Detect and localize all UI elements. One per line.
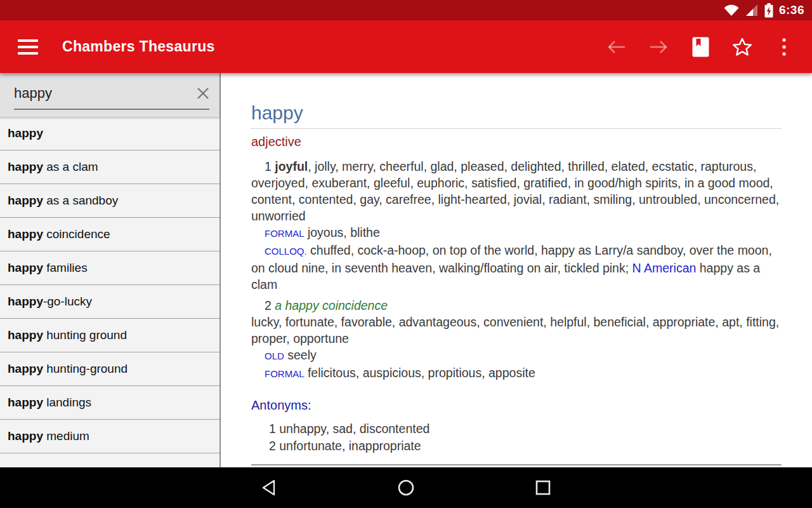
app-bar: Chambers Thesaurus: [0, 20, 812, 73]
back-arrow-icon[interactable]: [605, 36, 628, 58]
antonyms-heading: Antonyms:: [251, 398, 782, 413]
cellular-signal-icon: [745, 4, 759, 17]
region-label: N American: [632, 261, 697, 275]
search-underline: [14, 109, 209, 110]
list-item[interactable]: happy: [0, 117, 219, 150]
battery-charging-icon: [764, 3, 773, 18]
menu-icon[interactable]: [18, 39, 38, 55]
wifi-icon: [724, 4, 739, 17]
antonym-item: 1 unhappy, sad, discontented: [251, 420, 782, 438]
register-label: FORMAL: [265, 228, 304, 239]
back-icon[interactable]: [258, 478, 280, 497]
sense-1-colloq: COLLOQ. chuffed, cock-a-hoop, on top of …: [251, 242, 782, 293]
list-item[interactable]: happy medium: [0, 420, 219, 453]
sense-1: 1 joyful, jolly, merry, cheerful, glad, …: [251, 158, 782, 293]
list-item-partial[interactable]: [0, 453, 219, 467]
register-label: FORMAL: [265, 368, 304, 379]
sense-2-example: 2 a happy coincidence: [251, 297, 782, 314]
status-bar: 6:36: [0, 0, 812, 20]
antonyms-list: 1 unhappy, sad, discontented 2 unfortuna…: [251, 420, 782, 454]
part-of-speech: adjective: [251, 135, 782, 149]
example-phrase: a happy coincidence: [275, 298, 388, 312]
list-item[interactable]: happy hunting ground: [0, 319, 219, 352]
sense-2-old: OLD seely: [251, 347, 782, 364]
list-item[interactable]: happy as a sandboy: [0, 184, 219, 218]
navigation-bar: [0, 467, 812, 508]
search-area: [0, 73, 219, 117]
status-time: 6:36: [779, 3, 804, 17]
register-label: COLLOQ.: [265, 246, 307, 257]
overflow-menu-icon[interactable]: [773, 36, 796, 58]
entry-panel: happy adjective 1 joyful, jolly, merry, …: [222, 73, 812, 467]
sense-1-formal: FORMAL joyous, blithe: [251, 224, 782, 242]
sense-2-formal: FORMAL felicitous, auspicious, propitiou…: [251, 364, 782, 382]
home-icon[interactable]: [395, 478, 417, 497]
sense-keyword: joyful: [275, 159, 308, 173]
sidebar: happy happy as a clam happy as a sandboy…: [0, 73, 221, 467]
register-label: OLD: [265, 351, 284, 361]
favorite-star-icon[interactable]: [731, 36, 754, 58]
suggestion-list: happy happy as a clam happy as a sandboy…: [0, 117, 219, 467]
senses: 1 joyful, jolly, merry, cheerful, glad, …: [251, 158, 782, 382]
forward-arrow-icon[interactable]: [647, 36, 670, 58]
list-item[interactable]: happy landings: [0, 386, 219, 420]
entry-divider: [251, 464, 782, 465]
bookmarks-icon[interactable]: [689, 36, 712, 58]
recents-icon[interactable]: [532, 478, 554, 497]
list-item[interactable]: happy coincidence: [0, 218, 219, 251]
app-bar-actions: [605, 36, 796, 58]
headword: happy: [251, 102, 782, 129]
list-item[interactable]: happy as a clam: [0, 150, 219, 184]
app-title: Chambers Thesaurus: [62, 38, 605, 55]
app-screen: 6:36 Chambers Thesaurus: [0, 0, 812, 508]
sense-1-synonyms: 1 joyful, jolly, merry, cheerful, glad, …: [251, 158, 782, 224]
sense-2-synonyms: lucky, fortunate, favorable, advantageou…: [251, 314, 782, 347]
search-input[interactable]: [14, 82, 195, 105]
list-item[interactable]: happy families: [0, 251, 219, 285]
list-item[interactable]: happy hunting-ground: [0, 352, 219, 386]
sense-2: 2 a happy coincidence lucky, fortunate, …: [251, 297, 782, 382]
list-item[interactable]: happy-go-lucky: [0, 285, 219, 319]
antonym-item: 2 unfortunate, inappropriate: [251, 438, 782, 455]
close-icon[interactable]: [194, 84, 212, 102]
